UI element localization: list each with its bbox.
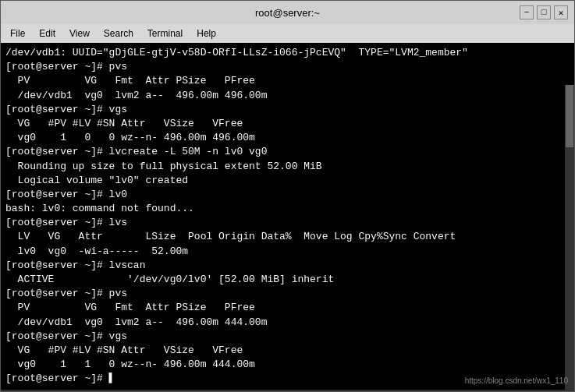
menu-view[interactable]: View	[63, 26, 96, 41]
terminal-line: [root@server ~]# lvs	[5, 216, 570, 230]
terminal-body[interactable]: /dev/vdb1: UUID="gDjGLE-gtjV-v58D-ORfI-L…	[1, 43, 574, 390]
maximize-button[interactable]: □	[537, 5, 551, 19]
window-title: root@server:~	[255, 7, 320, 19]
terminal-line: Rounding up size to full physical extent…	[5, 160, 570, 174]
menu-file[interactable]: File	[4, 26, 31, 41]
scrollbar[interactable]	[565, 85, 574, 391]
terminal-line: vg0 1 1 0 wz--n- 496.00m 444.00m	[5, 358, 570, 372]
minimize-button[interactable]: −	[520, 5, 534, 19]
terminal-line: vg0 1 0 0 wz--n- 496.00m 496.00m	[5, 131, 570, 145]
terminal-line: /dev/vdb1 vg0 lvm2 a-- 496.00m 496.00m	[5, 89, 570, 103]
terminal-line: ACTIVE '/dev/vg0/lv0' [52.00 MiB] inheri…	[5, 273, 570, 287]
title-bar: root@server:~ − □ ✕	[1, 1, 574, 24]
terminal-line: [root@server ~]# vgs	[5, 103, 570, 117]
window-controls: − □ ✕	[520, 5, 568, 19]
close-button[interactable]: ✕	[554, 5, 568, 19]
menu-bar: File Edit View Search Terminal Help	[1, 24, 574, 43]
scrollbar-thumb[interactable]	[566, 85, 573, 147]
terminal-line: Logical volume "lv0" created	[5, 174, 570, 188]
watermark: https://blog.csdn.net/wx1_110	[465, 376, 568, 385]
terminal-window: root@server:~ − □ ✕ File Edit View Searc…	[0, 0, 575, 392]
terminal-line: [root@server ~]# pvs	[5, 60, 570, 74]
terminal-line: lv0 vg0 -wi-a----- 52.00m	[5, 245, 570, 259]
terminal-line: [root@server ~]# vgs	[5, 330, 570, 344]
terminal-line: LV VG Attr LSize Pool Origin Data% Move …	[5, 230, 570, 244]
terminal-line: /dev/vdb1: UUID="gDjGLE-gtjV-v58D-ORfI-L…	[5, 46, 570, 60]
terminal-line: /dev/vdb1 vg0 lvm2 a-- 496.00m 444.00m	[5, 316, 570, 330]
terminal-line: [root@server ~]# pvs	[5, 287, 570, 301]
terminal-line: PV VG Fmt Attr PSize PFree	[5, 301, 570, 315]
menu-help[interactable]: Help	[190, 26, 222, 41]
terminal-line: [root@server ~]# lvcreate -L 50M -n lv0 …	[5, 145, 570, 159]
terminal-line: VG #PV #LV #SN Attr VSize VFree	[5, 117, 570, 131]
menu-search[interactable]: Search	[98, 26, 140, 41]
terminal-wrapper: /dev/vdb1: UUID="gDjGLE-gtjV-v58D-ORfI-L…	[1, 43, 574, 391]
terminal-line: VG #PV #LV #SN Attr VSize VFree	[5, 344, 570, 358]
terminal-line: [root@server ~]# lv0	[5, 188, 570, 202]
menu-edit[interactable]: Edit	[33, 26, 62, 41]
menu-terminal[interactable]: Terminal	[141, 26, 189, 41]
terminal-line: [root@server ~]# lvscan	[5, 259, 570, 273]
terminal-line: PV VG Fmt Attr PSize PFree	[5, 74, 570, 88]
terminal-line: bash: lv0: command not found...	[5, 202, 570, 216]
